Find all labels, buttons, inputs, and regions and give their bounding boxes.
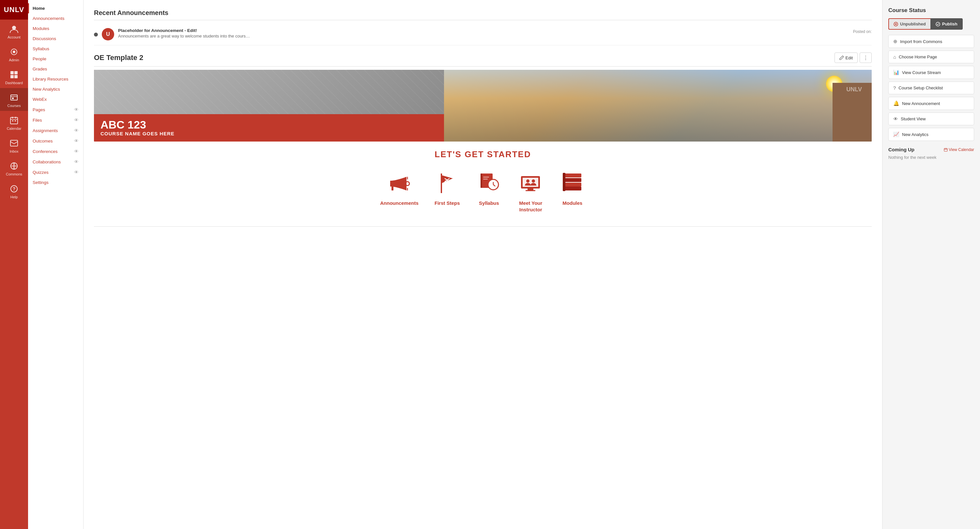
course-nav-item-syllabus[interactable]: Syllabus: [28, 44, 83, 54]
course-nav-item-files[interactable]: Files 👁: [28, 115, 83, 125]
view-course-stream-button[interactable]: 📊 View Course Stream: [888, 66, 974, 79]
course-nav-item-settings[interactable]: Settings: [28, 178, 83, 187]
unlv-logo: UNLV: [0, 0, 28, 19]
global-nav: UNLV Account Admin: [0, 0, 28, 529]
announcement-posted: Posted on:: [853, 28, 872, 34]
svg-rect-38: [528, 189, 533, 190]
chart-icon: 📊: [893, 70, 899, 75]
course-nav-item-assignments[interactable]: Assignments 👁: [28, 125, 83, 136]
icon-item-modules[interactable]: Modules: [560, 169, 585, 213]
course-nav-item-webex[interactable]: WebEx: [28, 94, 83, 104]
calendar-small-icon: [944, 148, 948, 152]
sidebar-item-label-dashboard: Dashboard: [5, 81, 23, 85]
svg-rect-16: [10, 140, 18, 146]
nothing-for-next-week: Nothing for the next week: [888, 155, 974, 160]
svg-rect-22: [391, 187, 393, 191]
course-nav-item-modules[interactable]: Modules: [28, 24, 83, 33]
announcement-preview: Announcements are a great way to welcome…: [118, 33, 849, 38]
banner-course-name: COURSE NAME GOES HERE: [100, 131, 438, 136]
chart2-icon: 📈: [893, 132, 899, 137]
icon-row: Announcements First Steps: [94, 169, 872, 213]
dashboard-icon: [9, 70, 19, 79]
svg-point-2: [13, 51, 15, 53]
help-icon: ?: [9, 184, 19, 194]
sidebar-item-account[interactable]: Account: [0, 19, 28, 42]
course-nav-item-library-resources[interactable]: Library Resources: [28, 74, 83, 84]
eye-icon-assignments: 👁: [74, 128, 79, 133]
calendar-icon: [9, 116, 19, 125]
lets-get-started-title: LET'S GET STARTED: [94, 149, 872, 159]
new-analytics-sidebar-button[interactable]: 📈 New Analytics: [888, 128, 974, 141]
course-nav: Home Announcements Modules Discussions S…: [28, 0, 84, 529]
sidebar-item-dashboard[interactable]: Dashboard: [0, 65, 28, 88]
announcements-divider: [94, 20, 872, 20]
person-icon: [9, 24, 19, 34]
svg-rect-21: [390, 181, 393, 187]
check-circle-icon: [935, 22, 940, 26]
course-title: OE Template 2: [94, 54, 143, 62]
unpublished-button[interactable]: Unpublished: [888, 18, 931, 30]
edit-button[interactable]: Edit: [835, 52, 858, 63]
course-nav-item-conferences[interactable]: Conferences 👁: [28, 146, 83, 157]
sidebar-item-courses[interactable]: Courses: [0, 88, 28, 111]
main-content: Recent Announcements U Placeholder for A…: [84, 0, 882, 529]
more-options-button[interactable]: ⋮: [860, 52, 872, 63]
student-view-button[interactable]: 👁 Student View: [888, 113, 974, 125]
courses-icon: [9, 93, 19, 102]
course-nav-item-pages[interactable]: Pages 👁: [28, 104, 83, 115]
course-nav-item-quizzes[interactable]: Quizzes 👁: [28, 167, 83, 178]
svg-rect-42: [563, 183, 581, 187]
svg-rect-15: [15, 120, 16, 121]
icon-item-syllabus[interactable]: Syllabus: [476, 169, 502, 213]
course-nav-item-home[interactable]: Home: [28, 3, 83, 13]
banner-course-code: ABC 123: [100, 119, 438, 131]
sidebar-item-inbox[interactable]: Inbox: [0, 134, 28, 157]
view-calendar-link[interactable]: View Calendar: [944, 148, 974, 152]
announcements-section-title: Recent Announcements: [94, 9, 872, 17]
sidebar-item-calendar[interactable]: Calendar: [0, 111, 28, 134]
admin-icon: [9, 47, 19, 57]
choose-home-page-button[interactable]: ⌂ Choose Home Page: [888, 51, 974, 63]
eye-icon-quizzes: 👁: [74, 170, 79, 175]
eye-icon-collaborations: 👁: [74, 159, 79, 164]
svg-rect-30: [480, 173, 482, 188]
eye-icon: 👁: [893, 116, 898, 122]
course-nav-item-collaborations[interactable]: Collaborations 👁: [28, 157, 83, 167]
course-nav-item-discussions[interactable]: Discussions: [28, 33, 83, 44]
sidebar-item-admin[interactable]: Admin: [0, 42, 28, 65]
announcement-title: Placeholder for Announcement - Edit!: [118, 28, 849, 33]
icon-item-meet-instructor[interactable]: Meet Your Instructor: [518, 169, 544, 213]
course-nav-item-people[interactable]: People: [28, 54, 83, 64]
bottom-divider: [94, 226, 872, 227]
import-commons-button[interactable]: ⊕ Import from Commons: [888, 35, 974, 48]
course-nav-item-announcements[interactable]: Announcements: [28, 13, 83, 24]
sidebar-item-help[interactable]: ? Help: [0, 180, 28, 202]
icon-item-announcements[interactable]: Announcements: [380, 169, 418, 213]
computer-people-icon: [518, 169, 544, 195]
megaphone-icon: [386, 169, 412, 195]
eye-icon-pages: 👁: [74, 107, 79, 112]
course-nav-item-new-analytics[interactable]: New Analytics: [28, 84, 83, 94]
icon-label-announcements: Announcements: [380, 200, 418, 207]
publish-button[interactable]: Publish: [931, 18, 963, 30]
course-setup-checklist-button[interactable]: ? Course Setup Checklist: [888, 81, 974, 94]
course-nav-item-grades[interactable]: Grades: [28, 64, 83, 74]
icon-item-first-steps[interactable]: First Steps: [434, 169, 460, 213]
inbox-icon: [9, 138, 19, 148]
coming-up-title: Coming Up: [888, 147, 915, 152]
eye-icon-files: 👁: [74, 118, 79, 122]
sidebar-item-label-calendar: Calendar: [7, 127, 22, 130]
banner-right: UNLV: [444, 70, 872, 141]
sidebar-item-label-help: Help: [10, 195, 18, 199]
svg-point-0: [12, 26, 16, 30]
course-banner: ABC 123 COURSE NAME GOES HERE UNLV: [94, 70, 872, 141]
course-divider: [94, 66, 872, 67]
new-announcement-button[interactable]: 🔔 New Announcement: [888, 97, 974, 110]
coming-up-header: Coming Up View Calendar: [888, 147, 974, 152]
banner-red-box: ABC 123 COURSE NAME GOES HERE: [94, 114, 444, 141]
sidebar-item-commons[interactable]: Commons: [0, 157, 28, 180]
compass-icon: ⊕: [893, 38, 897, 44]
eye-icon-conferences: 👁: [74, 149, 79, 154]
course-nav-item-outcomes[interactable]: Outcomes 👁: [28, 136, 83, 146]
eye-icon-outcomes: 👁: [74, 138, 79, 143]
